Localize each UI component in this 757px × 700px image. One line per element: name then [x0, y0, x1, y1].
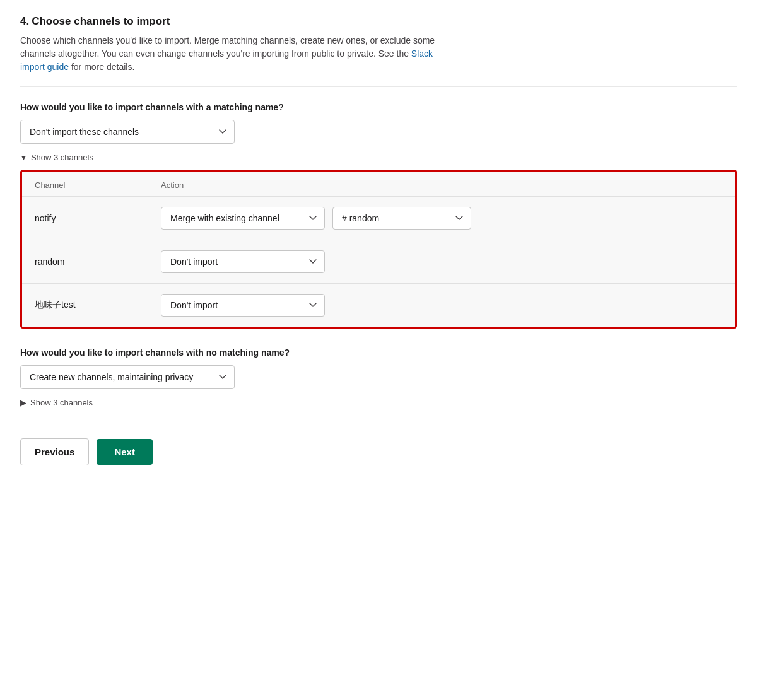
step-title: 4.Choose channels to import — [20, 15, 737, 28]
show-channels-label: Show 3 channels — [31, 153, 93, 162]
action-cell-random: Don't import Merge with existing channel… — [148, 240, 735, 284]
table-row: 地味子test Don't import Merge with existing… — [22, 284, 735, 327]
slack-import-guide-link[interactable]: Slack import guide — [20, 49, 433, 72]
action-select-notify[interactable]: Merge with existing channel Don't import… — [161, 207, 325, 230]
matching-dropdown-wrapper: Don't import these channels Merge with e… — [20, 120, 235, 144]
toggle-collapsed-arrow-icon: ▶ — [20, 398, 26, 407]
show-channels-toggle[interactable]: ▼ Show 3 channels — [20, 153, 737, 162]
action-cell-notify: Merge with existing channel Don't import… — [148, 197, 735, 240]
channel-name-notify: notify — [22, 197, 148, 240]
no-matching-dropdown-wrapper: Create new channels, maintaining privacy… — [20, 365, 235, 389]
button-row: Previous Next — [20, 438, 737, 465]
no-matching-question: How would you like to import channels wi… — [20, 347, 437, 358]
matching-channels-section: How would you like to import channels wi… — [20, 102, 737, 329]
previous-button[interactable]: Previous — [20, 438, 89, 465]
action-select-jimiko[interactable]: Don't import Merge with existing channel… — [161, 294, 325, 317]
action-select-random[interactable]: Don't import Merge with existing channel… — [161, 250, 325, 273]
channel-name-jimiko: 地味子test — [22, 284, 148, 327]
top-divider — [20, 86, 737, 87]
no-matching-dropdown[interactable]: Create new channels, maintaining privacy… — [20, 365, 235, 389]
matching-dropdown[interactable]: Don't import these channels Merge with e… — [20, 120, 235, 144]
col-action-header: Action — [148, 172, 735, 197]
action-cell-inner: Don't import Merge with existing channel… — [161, 250, 722, 273]
target-select-notify[interactable]: # random # general # notify — [332, 207, 471, 230]
action-cell-inner: Merge with existing channel Don't import… — [161, 207, 722, 230]
no-matching-channels-section: How would you like to import channels wi… — [20, 347, 737, 407]
channels-table: Channel Action notify Merge with existin… — [22, 172, 735, 327]
channels-table-container: Channel Action notify Merge with existin… — [20, 170, 737, 329]
action-cell-inner: Don't import Merge with existing channel… — [161, 294, 722, 317]
matching-question: How would you like to import channels wi… — [20, 102, 437, 112]
table-header-row: Channel Action — [22, 172, 735, 197]
table-row: random Don't import Merge with existing … — [22, 240, 735, 284]
step-number: 4. — [20, 15, 29, 27]
bottom-divider — [20, 423, 737, 423]
channel-name-random: random — [22, 240, 148, 284]
show-channels-collapsed-label: Show 3 channels — [30, 398, 93, 407]
step-header: 4.Choose channels to import Choose which… — [20, 15, 737, 74]
step-description: Choose which channels you'd like to impo… — [20, 34, 437, 74]
toggle-arrow-icon: ▼ — [20, 154, 27, 161]
next-button[interactable]: Next — [97, 439, 153, 465]
table-row: notify Merge with existing channel Don't… — [22, 197, 735, 240]
action-cell-jimiko: Don't import Merge with existing channel… — [148, 284, 735, 327]
col-channel-header: Channel — [22, 172, 148, 197]
show-channels-collapsed-toggle[interactable]: ▶ Show 3 channels — [20, 398, 737, 407]
